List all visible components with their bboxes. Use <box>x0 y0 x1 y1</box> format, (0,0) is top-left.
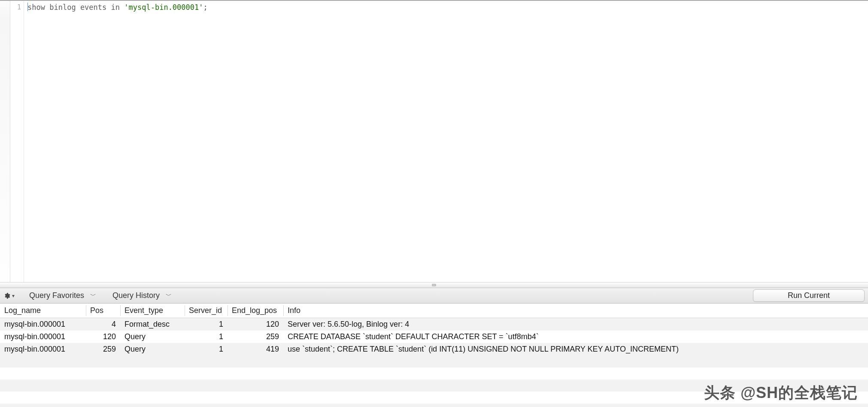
cell-event-type: Query <box>120 343 185 355</box>
cell-server-id: 1 <box>185 331 228 343</box>
cell-server-id: 1 <box>185 343 228 355</box>
cell-pos: 4 <box>86 318 120 331</box>
table-row[interactable]: mysql-bin.000001120Query1259CREATE DATAB… <box>0 331 868 343</box>
col-log-name[interactable]: Log_name <box>0 304 86 318</box>
sql-token-binlog: binlog <box>49 3 76 12</box>
cell-info: use `student`; CREATE TABLE `student` (i… <box>283 343 868 355</box>
cell-end-log-pos: 419 <box>228 343 283 355</box>
sql-token-events: events <box>80 3 106 12</box>
sql-token-semicolon: ; <box>203 3 208 12</box>
query-toolbar: ▾ Query Favorites ﹀ Query History ﹀ Run … <box>0 288 868 304</box>
col-info[interactable]: Info <box>283 304 868 318</box>
chevron-down-icon: ▾ <box>12 293 15 299</box>
results-header: Log_name Pos Event_type Server_id End_lo… <box>0 304 868 318</box>
cell-info: CREATE DATABASE `student` DEFAULT CHARAC… <box>283 331 868 343</box>
pane-splitter[interactable] <box>0 282 868 288</box>
sql-token-in: in <box>111 3 120 12</box>
table-row[interactable]: mysql-bin.0000014Format_desc1120Server v… <box>0 318 868 331</box>
run-current-label: Run Current <box>788 291 830 300</box>
query-history-label: Query History <box>112 291 160 300</box>
results-body: mysql-bin.0000014Format_desc1120Server v… <box>0 318 868 356</box>
text-cursor <box>27 3 28 11</box>
line-number: 1 <box>10 3 24 12</box>
sql-token-string: 'mysql-bin.000001' <box>124 3 203 12</box>
results-empty-rows <box>0 355 868 407</box>
cell-info: Server ver: 5.6.50-log, Binlog ver: 4 <box>283 318 868 331</box>
chevron-down-icon: ﹀ <box>166 292 172 300</box>
query-favorites-dropdown[interactable]: Query Favorites ﹀ <box>27 290 98 301</box>
splitter-grip-icon <box>432 284 436 286</box>
sql-editor[interactable]: show binlog events in 'mysql-bin.000001'… <box>24 1 868 282</box>
sql-editor-pane: 1 show binlog events in 'mysql-bin.00000… <box>0 1 868 282</box>
cell-end-log-pos: 259 <box>228 331 283 343</box>
cell-end-log-pos: 120 <box>228 318 283 331</box>
col-event-type[interactable]: Event_type <box>120 304 185 318</box>
query-history-dropdown[interactable]: Query History ﹀ <box>111 290 173 301</box>
table-row[interactable]: mysql-bin.000001259Query1419use `student… <box>0 343 868 355</box>
run-current-button[interactable]: Run Current <box>753 289 865 302</box>
gear-icon <box>3 292 10 300</box>
cell-pos: 259 <box>86 343 120 355</box>
cell-log-name: mysql-bin.000001 <box>0 331 86 343</box>
cell-log-name: mysql-bin.000001 <box>0 318 86 331</box>
cell-pos: 120 <box>86 331 120 343</box>
col-server-id[interactable]: Server_id <box>185 304 228 318</box>
settings-button[interactable]: ▾ <box>3 292 15 300</box>
results-table: Log_name Pos Event_type Server_id End_lo… <box>0 304 868 355</box>
col-end-log-pos[interactable]: End_log_pos <box>228 304 283 318</box>
cell-event-type: Format_desc <box>120 318 185 331</box>
col-pos[interactable]: Pos <box>86 304 120 318</box>
editor-left-margin <box>0 1 10 282</box>
cell-server-id: 1 <box>185 318 228 331</box>
cell-log-name: mysql-bin.000001 <box>0 343 86 355</box>
app-root: 1 show binlog events in 'mysql-bin.00000… <box>0 0 868 407</box>
cell-event-type: Query <box>120 331 185 343</box>
chevron-down-icon: ﹀ <box>90 292 96 300</box>
results-pane: Log_name Pos Event_type Server_id End_lo… <box>0 304 868 407</box>
sql-token-show: show <box>27 3 45 12</box>
editor-gutter: 1 <box>10 1 24 282</box>
query-favorites-label: Query Favorites <box>29 291 84 300</box>
